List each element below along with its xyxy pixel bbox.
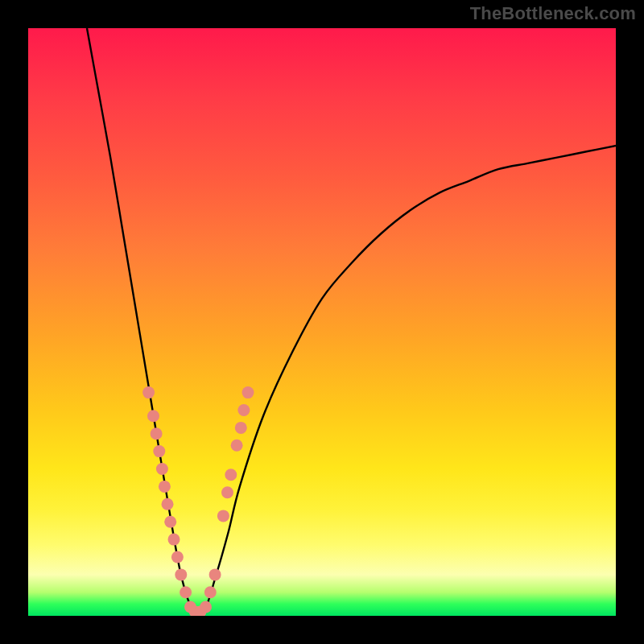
bottleneck-curve [87,28,616,614]
data-dot [217,510,229,522]
data-dot [242,386,254,398]
data-dot [209,568,221,580]
data-dot [164,516,176,528]
data-dot [237,404,250,416]
data-dot [200,601,212,613]
data-dot [156,463,168,475]
data-dot [159,481,171,493]
data-dot [204,586,217,598]
data-dot [180,586,192,598]
chart-frame: TheBottleneck.com [0,0,644,644]
data-dot [153,445,165,457]
data-dot [162,498,174,510]
data-dot [151,427,163,440]
data-dot [147,410,159,422]
watermark-text: TheBottleneck.com [470,3,636,24]
curve-layer [28,28,616,616]
data-dot [175,568,187,580]
data-dot [235,422,247,434]
data-dot [142,386,155,398]
data-dot [231,440,243,452]
plot-area [28,28,616,616]
data-dot [171,551,184,564]
data-dot [221,486,233,498]
curve-dots [142,386,254,616]
data-dot [225,469,237,481]
data-dot [168,534,180,546]
